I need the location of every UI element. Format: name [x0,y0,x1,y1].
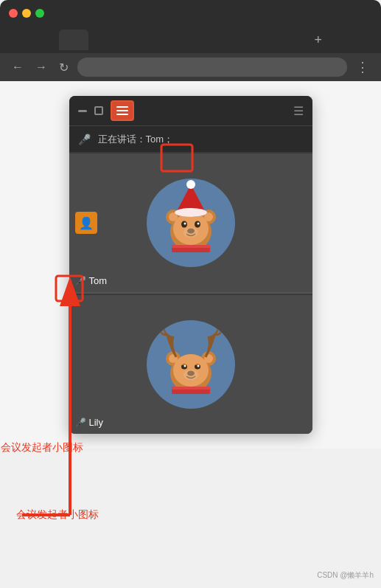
participant-label-tom: 🎤 Tom [75,275,108,286]
window-right-controls: ☰ [293,104,304,118]
back-button[interactable]: ← [9,58,27,77]
participant-label-lily: 🎤 Lily [75,417,104,428]
menu-button-highlighted[interactable] [111,100,134,121]
hamburger-line-2 [116,110,128,111]
close-button[interactable] [9,9,18,18]
win-maximize-button[interactable] [94,106,103,115]
new-tab-button[interactable]: + [314,32,322,48]
traffic-lights [9,9,44,18]
more-button[interactable]: ⋮ [353,56,372,78]
svg-point-8 [183,223,186,225]
watermark: CSDN @懒羊羊h [317,570,374,581]
participant-name-tom: Tom [89,275,108,286]
annotation-label: 会议发起者小图标 [1,441,83,454]
page-content: ☰ 🎤 正在讲话：Tom； 👤 [0,81,381,449]
window-menu-icon[interactable]: ☰ [293,104,304,118]
svg-point-9 [197,223,199,225]
svg-rect-13 [172,245,210,248]
svg-point-17 [175,208,207,217]
hamburger-line-1 [116,106,128,108]
mic-icon-lily: 🎤 [75,418,86,428]
browser-chrome: + ← → ↻ ⋮ [0,0,381,81]
meeting-titlebar: ☰ [69,96,312,125]
svg-rect-31 [172,387,210,390]
nav-bar: ← → ↻ ⋮ [0,53,381,81]
address-bar[interactable] [77,58,347,77]
speaking-status: 正在讲话：Tom； [98,133,174,146]
svg-point-11 [183,227,198,238]
svg-point-27 [197,365,199,367]
annotation-text: 会议发起者小图标 [16,508,99,522]
win-minimize-button[interactable] [78,110,87,112]
host-badge: 👤 [75,212,97,234]
hamburger-icon [116,106,128,115]
svg-point-16 [186,180,195,189]
mic-icon: 🎤 [78,134,91,145]
window-controls [78,100,134,121]
browser-tab[interactable] [59,30,88,50]
participant-panel-tom: 👤 [69,152,312,292]
participant-name-lily: Lily [89,417,104,428]
participant-panel-lily: 🎤 Lily [69,294,312,434]
forward-button[interactable]: → [32,58,50,77]
svg-point-29 [183,370,198,380]
person-icon: 👤 [79,216,94,230]
hamburger-line-3 [116,114,128,115]
avatar-lily [147,320,235,409]
maximize-button[interactable] [35,9,44,18]
mic-icon-tom: 🎤 [75,276,86,286]
svg-point-26 [183,365,186,367]
avatar-tom [147,179,235,267]
title-bar [0,0,381,27]
minimize-button[interactable] [22,9,31,18]
tab-bar: + [0,27,381,53]
refresh-button[interactable]: ↻ [56,58,71,77]
meeting-window: ☰ 🎤 正在讲话：Tom； 👤 [69,96,312,434]
meeting-status-bar: 🎤 正在讲话：Tom； [69,125,312,152]
